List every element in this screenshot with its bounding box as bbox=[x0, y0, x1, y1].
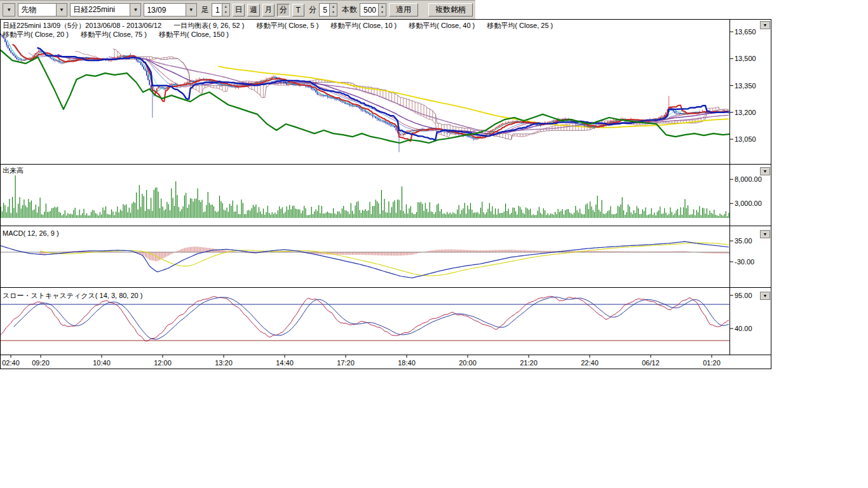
contract-month-dropdown[interactable]: 13/09▼ bbox=[144, 3, 196, 17]
period-month-button[interactable]: 月 bbox=[262, 4, 275, 17]
minute-interval-spinner[interactable]: 5▴▾ bbox=[319, 3, 337, 17]
indicator-ma10-label: 移動平均( Close, 10 ) bbox=[330, 22, 397, 29]
indicator-ma20-label: 移動平均( Close, 20 ) bbox=[3, 30, 69, 38]
svg-text:21:20: 21:20 bbox=[520, 359, 538, 367]
svg-text:10:40: 10:40 bbox=[93, 359, 111, 367]
spinner-down-icon[interactable]: ▾ bbox=[379, 10, 386, 15]
indicator-ma25-label: 移動平均( Close, 25 ) bbox=[487, 22, 553, 29]
minute-interval-value: 5 bbox=[320, 4, 329, 16]
category-dropdown-value: 先物 bbox=[18, 4, 56, 16]
chart-title: 日経225mini 13/09（5分）2013/06/08 - 2013/06/… bbox=[3, 22, 161, 29]
spinner-arrows-icon[interactable]: ▴▾ bbox=[329, 4, 337, 16]
chart-header-row2: 移動平均( Close, 20 ) 移動平均( Close, 75 ) 移動平均… bbox=[3, 30, 239, 39]
bar-count-value: 500 bbox=[360, 4, 378, 16]
chevron-down-icon: ▼ bbox=[130, 4, 140, 16]
chart-header-row1: 日経225mini 13/09（5分）2013/06/08 - 2013/06/… bbox=[3, 21, 563, 30]
svg-text:35.00: 35.00 bbox=[735, 237, 752, 245]
mini-dropdown[interactable]: ▼ bbox=[3, 3, 15, 17]
svg-text:13,200: 13,200 bbox=[735, 109, 756, 116]
apply-button[interactable]: 適用 bbox=[389, 3, 418, 17]
indicator-ma40-label: 移動平均( Close, 40 ) bbox=[409, 22, 475, 29]
svg-text:13,050: 13,050 bbox=[735, 135, 756, 143]
svg-text:95.00: 95.00 bbox=[735, 292, 752, 299]
period-tick-button[interactable]: T bbox=[292, 4, 304, 17]
macd-panel-label: MACD( 12, 26, 9 ) bbox=[3, 229, 59, 237]
svg-text:3,000.00: 3,000.00 bbox=[735, 200, 762, 207]
interval-count-spinner[interactable]: 1▴▾ bbox=[212, 3, 230, 17]
price-panel-scroll-down-button[interactable]: ▼ bbox=[760, 21, 770, 29]
volume-panel-scroll-down-button[interactable]: ▼ bbox=[760, 167, 770, 175]
symbol-dropdown[interactable]: 日経225mini▼ bbox=[70, 3, 141, 17]
chevron-down-icon: ▼ bbox=[3, 4, 15, 16]
period-day-button[interactable]: 日 bbox=[233, 4, 245, 17]
stoch-panel-scroll-down-button[interactable]: ▼ bbox=[760, 292, 770, 300]
period-week-button[interactable]: 週 bbox=[247, 4, 259, 17]
minute-label: 分 bbox=[309, 4, 316, 15]
svg-text:14:40: 14:40 bbox=[276, 359, 294, 367]
svg-text:01:20: 01:20 bbox=[703, 359, 721, 367]
bar-type-label: 足 bbox=[201, 4, 209, 15]
volume-panel-label: 出来高 bbox=[3, 166, 24, 175]
spinner-down-icon[interactable]: ▾ bbox=[222, 10, 229, 15]
svg-text:17:20: 17:20 bbox=[337, 359, 355, 367]
svg-text:02:40: 02:40 bbox=[2, 359, 20, 367]
spinner-down-icon[interactable]: ▾ bbox=[330, 10, 337, 15]
bar-count-spinner[interactable]: 500▴▾ bbox=[360, 3, 386, 17]
toolbar: ▼ 先物▼ 日経225mini▼ 13/09▼ 足 1▴▾ 日 週 月 分 T … bbox=[0, 0, 475, 19]
indicator-ma5-label: 移動平均( Close, 5 ) bbox=[257, 22, 319, 29]
svg-text:18:40: 18:40 bbox=[398, 359, 416, 367]
svg-text:13:20: 13:20 bbox=[215, 359, 233, 367]
interval-count-value: 1 bbox=[212, 4, 222, 16]
indicator-ichimoku-label: 一目均衡表( 9, 26, 52 ) bbox=[173, 22, 244, 29]
svg-text:40.00: 40.00 bbox=[735, 325, 752, 332]
spinner-up-icon[interactable]: ▴ bbox=[379, 4, 386, 10]
period-minute-button[interactable]: 分 bbox=[277, 4, 289, 17]
svg-text:13,500: 13,500 bbox=[735, 55, 756, 62]
svg-text:20:00: 20:00 bbox=[459, 359, 477, 367]
spinner-arrows-icon[interactable]: ▴▾ bbox=[222, 4, 229, 16]
indicator-ma150-label: 移動平均( Close, 150 ) bbox=[159, 30, 229, 38]
contract-month-value: 13/09 bbox=[144, 4, 185, 16]
stoch-panel-label: スロー・ストキャスティクス( 14, 3, 80, 20 ) bbox=[3, 291, 142, 301]
spinner-arrows-icon[interactable]: ▴▾ bbox=[378, 4, 386, 16]
chart-canvas[interactable]: 13,65013,50013,35013,20013,0508,000.003,… bbox=[0, 19, 771, 369]
svg-text:8,000.00: 8,000.00 bbox=[735, 175, 762, 183]
svg-text:13,650: 13,650 bbox=[735, 28, 756, 36]
svg-text:09:20: 09:20 bbox=[32, 359, 50, 367]
chart-window: 13,65013,50013,35013,20013,0508,000.003,… bbox=[0, 19, 771, 369]
macd-panel-scroll-down-button[interactable]: ▼ bbox=[760, 230, 770, 238]
chevron-down-icon: ▼ bbox=[186, 4, 196, 16]
svg-text:12:00: 12:00 bbox=[154, 359, 172, 367]
svg-text:13,350: 13,350 bbox=[735, 82, 756, 90]
spinner-up-icon[interactable]: ▴ bbox=[330, 4, 337, 10]
svg-text:06/12: 06/12 bbox=[642, 359, 660, 367]
multi-symbol-button[interactable]: 複数銘柄 bbox=[428, 3, 473, 17]
spinner-up-icon[interactable]: ▴ bbox=[222, 4, 229, 10]
category-dropdown[interactable]: 先物▼ bbox=[18, 3, 67, 17]
symbol-dropdown-value: 日経225mini bbox=[71, 4, 130, 16]
indicator-ma75-label: 移動平均( Close, 75 ) bbox=[81, 30, 147, 38]
bar-count-label: 本数 bbox=[342, 4, 357, 15]
svg-text:-30.00: -30.00 bbox=[735, 258, 754, 266]
chevron-down-icon: ▼ bbox=[56, 4, 67, 16]
svg-text:22:40: 22:40 bbox=[581, 359, 599, 367]
